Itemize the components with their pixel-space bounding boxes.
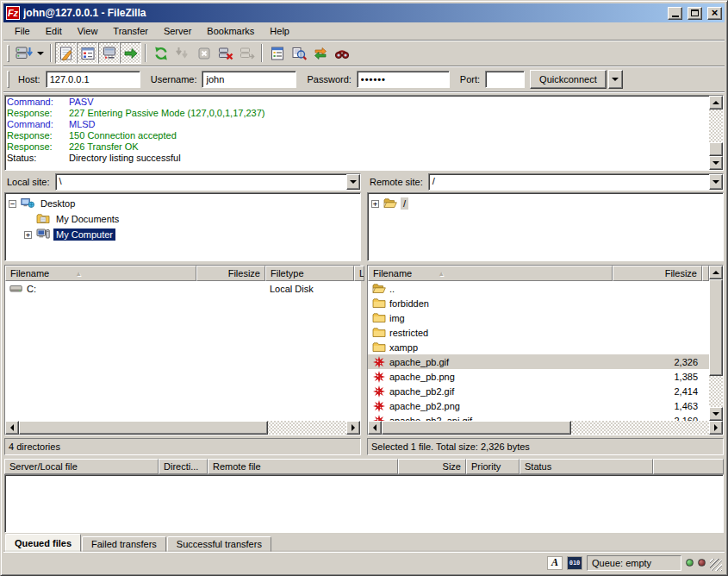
scroll-left-button[interactable] xyxy=(5,421,19,435)
file-row-apache-pb2-ani-gif[interactable]: apache_pb2_ani.gif2,160 xyxy=(368,413,709,421)
host-input[interactable] xyxy=(46,71,140,88)
scroll-down-button[interactable] xyxy=(709,156,723,170)
menu-file[interactable]: File xyxy=(7,24,38,38)
combo-dropdown-button[interactable] xyxy=(709,174,723,190)
column-header-priority[interactable]: Priority xyxy=(466,459,520,474)
tree-item-item[interactable]: +/ xyxy=(370,196,721,211)
file-row-apache-pb2-png[interactable]: apache_pb2.png1,463 xyxy=(368,398,709,413)
file-row-c[interactable]: C:Local Disk xyxy=(5,281,360,296)
local-list-hscrollbar[interactable] xyxy=(5,421,360,435)
column-header-remote-file[interactable]: Remote file xyxy=(208,459,398,474)
cancel-operation-button[interactable] xyxy=(193,42,215,64)
find-files-button[interactable] xyxy=(331,42,352,64)
column-header-server-local-file[interactable]: Server/Local file xyxy=(4,459,159,474)
site-manager-button[interactable] xyxy=(13,42,34,64)
local-site-combo[interactable]: \ xyxy=(55,173,361,191)
scroll-up-button[interactable] xyxy=(709,266,723,279)
directory-comparison-button[interactable] xyxy=(288,42,309,64)
quickconnect-bar: Host: Username: Password: Port: Quickcon… xyxy=(3,66,725,92)
file-row-item[interactable]: .. xyxy=(368,281,709,296)
transfer-type-binary-icon[interactable]: 010 xyxy=(567,556,582,570)
expand-plus-icon[interactable]: + xyxy=(371,200,379,208)
file-row-forbidden[interactable]: forbidden xyxy=(368,296,709,310)
transfer-type-ascii-icon[interactable]: A xyxy=(547,556,563,570)
message-log-scrollbar[interactable] xyxy=(709,96,723,170)
minimize-button[interactable] xyxy=(668,7,682,20)
resize-grip[interactable] xyxy=(710,559,722,571)
tree-item-desktop[interactable]: −Desktop xyxy=(7,196,358,211)
file-row-apache-pb-gif[interactable]: apache_pb.gif2,326 xyxy=(368,354,709,369)
column-header-size[interactable]: Size xyxy=(398,459,466,474)
menu-transfer[interactable]: Transfer xyxy=(105,24,156,38)
quickconnect-button[interactable]: Quickconnect xyxy=(530,70,607,89)
scrollbar-thumb[interactable] xyxy=(709,279,723,376)
site-manager-dropdown-button[interactable] xyxy=(34,42,47,64)
tree-item-my-computer[interactable]: +My Computer xyxy=(7,227,358,242)
scroll-right-button[interactable] xyxy=(346,421,360,435)
disconnect-button[interactable] xyxy=(215,42,236,64)
collapse-minus-icon[interactable]: − xyxy=(9,200,16,208)
tree-item-my-documents[interactable]: My Documents xyxy=(7,211,358,227)
pane-splitter[interactable] xyxy=(361,172,367,455)
process-queue-button[interactable] xyxy=(171,42,193,64)
combo-dropdown-button[interactable] xyxy=(346,174,360,190)
column-header-status[interactable]: Status xyxy=(520,459,653,474)
menu-edit[interactable]: Edit xyxy=(38,24,70,38)
tree-label: Desktop xyxy=(38,197,78,210)
column-header-directi[interactable]: Directi... xyxy=(159,459,208,474)
menu-help[interactable]: Help xyxy=(262,24,297,38)
expand-plus-icon[interactable]: + xyxy=(24,231,32,239)
column-header-filename[interactable]: Filename▲ xyxy=(5,266,196,281)
toolbar-gripper[interactable] xyxy=(7,45,9,62)
remote-list-vscrollbar[interactable] xyxy=(709,266,723,421)
column-header-filesize[interactable]: Filesize xyxy=(196,266,265,281)
scroll-up-button[interactable] xyxy=(709,96,723,110)
menu-server[interactable]: Server xyxy=(156,24,199,38)
tab-queued-files[interactable]: Queued files xyxy=(5,534,81,552)
toggle-local-tree-button[interactable] xyxy=(77,42,98,64)
remote-list-hscrollbar[interactable] xyxy=(368,421,723,435)
log-text: Directory listing successful xyxy=(69,153,181,163)
scroll-left-button[interactable] xyxy=(368,421,382,435)
reconnect-button[interactable] xyxy=(236,42,258,64)
toolbar-separator xyxy=(50,44,52,62)
scrollbar-thumb[interactable] xyxy=(709,142,723,156)
reconnect-icon xyxy=(240,46,255,61)
file-row-restricted[interactable]: restricted xyxy=(368,325,709,340)
toggle-transfer-queue-button[interactable] xyxy=(120,42,141,64)
desktop-icon xyxy=(21,197,35,210)
port-input[interactable] xyxy=(485,71,525,88)
column-header-filename[interactable]: Filename▲ xyxy=(368,266,613,281)
menu-bookmarks[interactable]: Bookmarks xyxy=(199,24,262,38)
file-row-apache-pb2-gif[interactable]: apache_pb2.gif2,414 xyxy=(368,384,709,398)
directory-listing-filters-button[interactable] xyxy=(266,42,288,64)
column-header-filesize[interactable]: Filesize xyxy=(613,266,702,281)
file-row-img[interactable]: img xyxy=(368,310,709,325)
log-label: Response: xyxy=(7,141,69,153)
menu-view[interactable]: View xyxy=(70,24,106,38)
column-header-filetype[interactable]: Filetype xyxy=(265,266,354,281)
password-input[interactable] xyxy=(357,71,450,88)
quickconnect-dropdown-button[interactable] xyxy=(608,70,623,89)
refresh-button[interactable] xyxy=(150,42,171,64)
scrollbar-thumb[interactable] xyxy=(19,421,268,435)
toggle-remote-tree-button[interactable] xyxy=(98,42,120,64)
titlebar[interactable]: Fz john@127.0.0.1 - FileZilla × xyxy=(3,3,725,22)
column-header-filler xyxy=(653,459,724,474)
synchronized-browsing-button[interactable] xyxy=(309,42,331,64)
file-row-xampp[interactable]: xampp xyxy=(368,340,709,354)
file-row-apache-pb-png[interactable]: apache_pb.png1,385 xyxy=(368,369,709,384)
username-input[interactable] xyxy=(202,71,296,88)
scrollbar-thumb[interactable] xyxy=(382,421,571,435)
message-log-icon xyxy=(59,46,74,61)
quickconnect-gripper[interactable] xyxy=(7,71,9,88)
scroll-right-button[interactable] xyxy=(709,421,723,435)
remote-site-combo[interactable]: / xyxy=(428,173,724,191)
folder-icon xyxy=(372,341,386,354)
close-button[interactable]: × xyxy=(707,7,722,20)
toggle-message-log-button[interactable] xyxy=(55,42,77,64)
maximize-button[interactable] xyxy=(688,7,702,20)
tab-successful-transfers[interactable]: Successful transfers xyxy=(167,536,271,552)
scroll-down-button[interactable] xyxy=(709,407,723,421)
tab-failed-transfers[interactable]: Failed transfers xyxy=(82,536,166,552)
